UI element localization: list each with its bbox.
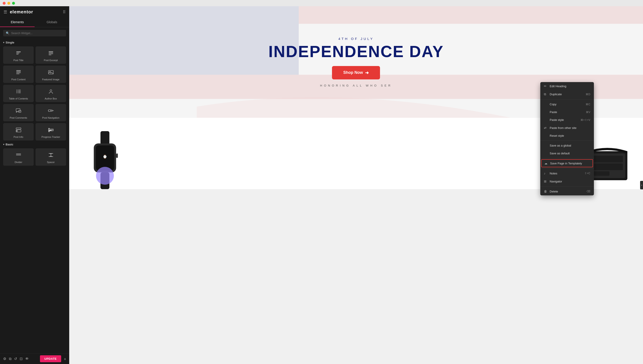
svg-rect-4 (49, 52, 53, 53)
maximize-button[interactable] (12, 2, 15, 5)
post-info-icon (16, 127, 22, 134)
context-menu-reset-style[interactable]: Reset style (540, 132, 594, 140)
tab-elements[interactable]: Elements (0, 18, 35, 27)
context-menu-paste-other-site[interactable]: ⇄ Paste from other site (540, 124, 594, 132)
svg-rect-23 (16, 128, 21, 129)
svg-rect-81 (299, 6, 643, 24)
svg-rect-3 (49, 51, 53, 52)
paste-shortcut: ⌘V (586, 111, 590, 114)
svg-rect-0 (16, 52, 21, 52)
settings-icon[interactable]: ⚙ (3, 357, 6, 361)
widget-spacer[interactable]: Spacer (36, 148, 66, 166)
svg-rect-29 (49, 128, 50, 129)
minimize-button[interactable] (7, 2, 10, 5)
navigator-icon: ⊞ (544, 180, 548, 183)
widget-author-box[interactable]: Author Box (36, 85, 66, 102)
widget-label-divider: Divider (15, 161, 22, 164)
context-menu-copy[interactable]: Copy ⌘C (540, 100, 594, 108)
shop-now-button[interactable]: Shop Now ➜ (332, 66, 380, 80)
widget-divider[interactable]: Divider (3, 148, 34, 166)
widget-label-post-content: Post Content (12, 78, 26, 81)
svg-rect-11 (49, 70, 53, 74)
responsive-icon[interactable]: ⊡ (20, 357, 23, 361)
featured-image-icon (48, 69, 54, 76)
preview-icon[interactable]: 👁 (25, 357, 29, 361)
context-menu-duplicate[interactable]: ⧉ Duplicate ⌘D (540, 90, 594, 98)
widget-post-title[interactable]: Post Title (3, 46, 34, 64)
delete-icon: 🗑 (544, 190, 548, 193)
grid-icon[interactable]: ⠿ (63, 10, 66, 14)
toc-icon (16, 88, 22, 96)
circle-accent (96, 167, 114, 185)
close-button[interactable] (3, 2, 6, 5)
context-menu-paste-style[interactable]: Paste style ⌘+⇧+V (540, 116, 594, 124)
widget-post-excerpt[interactable]: Post Excerpt (36, 46, 66, 64)
search-input[interactable] (11, 32, 63, 35)
context-menu-save-default[interactable]: Save as default (540, 150, 594, 157)
widget-label-post-excerpt: Post Excerpt (44, 59, 58, 62)
svg-rect-18 (18, 92, 21, 93)
context-menu-notes[interactable]: ♪ Notes ⇧+C (540, 169, 594, 177)
svg-rect-8 (16, 71, 21, 72)
paste-other-icon: ⇄ (544, 126, 548, 130)
history-icon[interactable]: ↺ (14, 357, 17, 361)
hero-subtitle: 4TH OF JULY (268, 37, 444, 40)
post-content-icon (16, 69, 22, 76)
duplicate-shortcut: ⌘D (586, 93, 590, 96)
svg-rect-14 (16, 91, 18, 92)
widget-post-navigation[interactable]: Post Navigation (36, 104, 66, 121)
svg-text:⌚: ⌚ (103, 154, 107, 159)
widget-progress-tracker[interactable]: Progress Tracker (36, 123, 66, 140)
widget-label-featured-image: Featured Image (42, 78, 60, 81)
update-button[interactable]: UPDATE (40, 355, 61, 362)
save-global-label: Save as a global (550, 144, 571, 147)
widget-label-post-title: Post Title (14, 59, 24, 62)
svg-rect-25 (17, 130, 18, 132)
svg-rect-6 (49, 55, 51, 55)
context-menu-save-global[interactable]: Save as a global (540, 142, 594, 150)
sidebar-header-left: ☰ elementor (4, 9, 33, 14)
section-title-basic: ▾ Basic (3, 143, 66, 146)
svg-rect-89 (116, 154, 118, 158)
context-menu-navigator[interactable]: ⊞ Navigator (540, 177, 594, 185)
paste-style-shortcut: ⌘+⇧+V (580, 118, 590, 122)
separator-1 (540, 99, 594, 100)
edit-heading-label: Edit Heading (550, 84, 566, 88)
widget-label-spacer: Spacer (47, 161, 55, 164)
progress-tracker-icon (48, 127, 54, 134)
widget-section: ▾ Single Post Title (0, 39, 69, 353)
svg-rect-13 (16, 90, 18, 90)
widget-post-comments[interactable]: Post Comments (3, 104, 34, 121)
context-menu-paste[interactable]: Paste ⌘V (540, 108, 594, 116)
app-container: ☰ elementor ⠿ Elements Globals 🔍 ▾ Singl… (0, 6, 643, 364)
toolbar-chevron-icon[interactable]: ∧ (64, 357, 66, 361)
collapse-handle[interactable]: ‹ (640, 181, 643, 189)
svg-rect-37 (69, 6, 299, 75)
context-menu-delete[interactable]: 🗑 Delete ⌫ (540, 187, 594, 196)
chevron-down-icon: ▾ (3, 41, 4, 44)
copy-label: Copy (550, 102, 556, 106)
context-menu-edit-heading[interactable]: ✏ Edit Heading (540, 82, 594, 90)
widget-grid-single: Post Title Post Excerpt (3, 46, 66, 140)
tab-globals[interactable]: Globals (35, 18, 69, 27)
widget-featured-image[interactable]: Featured Image (36, 66, 66, 83)
search-icon: 🔍 (6, 32, 9, 35)
divider-icon (16, 152, 22, 159)
hero-content: 4TH OF JULY INDEPENDENCE DAY Shop Now ➜ … (268, 37, 444, 87)
separator-4 (540, 168, 594, 168)
save-templately-label: Save Page in Templately (550, 162, 582, 165)
spacer-icon (48, 152, 54, 159)
svg-rect-5 (49, 54, 53, 54)
author-box-icon (48, 88, 54, 96)
layers-icon[interactable]: ⧉ (9, 357, 12, 361)
context-menu-save-templately[interactable]: ☁ Save Page in Templately (541, 159, 593, 167)
canvas: ‹ (69, 6, 643, 364)
widget-post-content[interactable]: Post Content (3, 66, 34, 83)
widget-post-info[interactable]: Post Info (3, 123, 34, 140)
svg-rect-30 (49, 131, 50, 132)
shop-now-label: Shop Now (343, 70, 363, 75)
menu-icon[interactable]: ☰ (4, 10, 7, 14)
svg-rect-31 (16, 155, 21, 155)
widget-table-of-contents[interactable]: Table of Contents (3, 85, 34, 102)
save-default-label: Save as default (550, 152, 570, 155)
